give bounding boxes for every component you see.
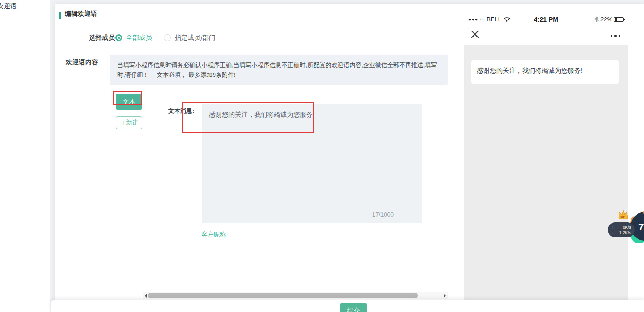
scroll-right-arrow-icon[interactable] (444, 294, 448, 298)
signal-strength-icon: ●●●○○ (468, 17, 485, 22)
text-message-value: 感谢您的关注，我们将竭诚为您服务! (209, 111, 315, 118)
tab-text-attachment[interactable]: 文本 (116, 94, 142, 110)
upload-speed: 0K/s (623, 225, 631, 230)
download-speed: 1.2K/s (619, 231, 631, 235)
close-icon[interactable] (470, 30, 480, 39)
network-speed-widget[interactable]: ↑ 0K/s ↓ 1.2K/s (608, 222, 635, 237)
radio-ring (117, 36, 121, 40)
insert-nickname-link[interactable]: 客户昵称 (202, 231, 226, 239)
download-arrow-icon: ↓ (612, 231, 614, 235)
sidebar-item-welcome-message[interactable]: 欢迎语 (0, 2, 17, 11)
gauge-score: 70 (638, 221, 644, 232)
phone-preview: ●●●○○ BELL 4:21 PM 22% 感谢您的关注，我们将竭诚为您服务! (464, 13, 628, 300)
welcome-message-bubble: 感谢您的关注，我们将竭诚为您服务! (471, 60, 619, 84)
carrier-label: BELL (486, 16, 501, 23)
more-menu-icon[interactable] (611, 35, 621, 37)
battery-percent-label: 22% (600, 16, 612, 23)
radio-specified-members-label[interactable]: 指定成员/部门 (175, 34, 215, 42)
wifi-icon (503, 17, 511, 22)
member-select-label: 选择成员 (89, 34, 115, 42)
text-message-input[interactable]: 感谢您的关注，我们将竭诚为您服务! (202, 104, 422, 223)
notice-box: 当填写小程序信息时请务必确认小程序正确,当填写小程序信息不正确时,所配置的欢迎语… (110, 55, 448, 85)
add-attachment-button[interactable]: ＋新建 (116, 116, 142, 129)
scroll-left-arrow-icon[interactable] (143, 294, 147, 298)
vip-crown-icon[interactable]: VIP (617, 209, 629, 221)
radio-all-members-label[interactable]: 全部成员 (126, 34, 152, 42)
bluetooth-icon (594, 16, 599, 22)
submit-button[interactable]: 提交 (340, 303, 367, 312)
text-message-label: 文本消息: (168, 107, 194, 115)
page-title: 编辑欢迎语 (65, 10, 97, 18)
upload-arrow-icon: ↑ (612, 225, 614, 230)
char-counter: 17/1000 (372, 211, 394, 218)
radio-specified-members[interactable] (164, 34, 171, 41)
battery-icon (614, 17, 624, 22)
phone-nav-bar (464, 25, 628, 45)
clock-label: 4:21 PM (534, 16, 558, 23)
scrollbar-thumb[interactable] (148, 293, 418, 298)
content-label: 欢迎语内容 (66, 58, 98, 67)
chat-area: 感谢您的关注，我们将竭诚为您服务! (464, 45, 628, 300)
horizontal-scrollbar[interactable] (143, 292, 448, 299)
phone-status-bar: ●●●○○ BELL 4:21 PM 22% (464, 13, 628, 25)
vip-label: VIP (620, 215, 625, 218)
title-accent-bar (59, 12, 61, 19)
radio-all-members[interactable] (115, 34, 122, 41)
